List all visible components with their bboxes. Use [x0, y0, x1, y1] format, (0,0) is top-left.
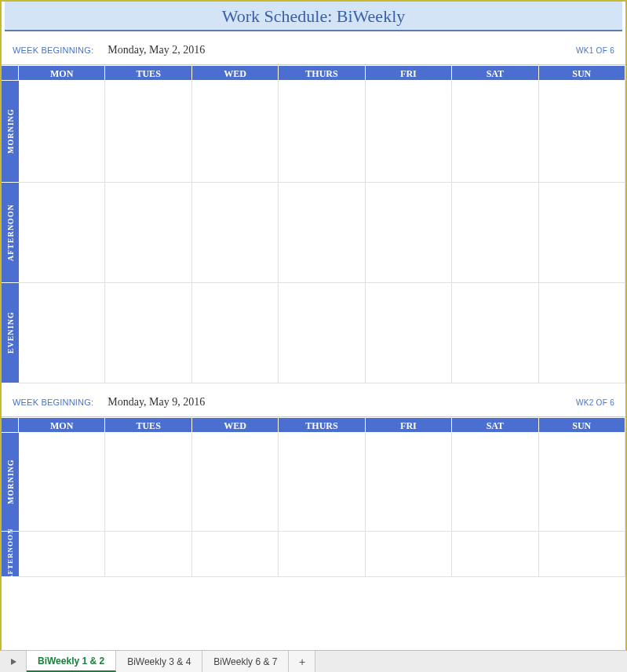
cell[interactable] — [279, 183, 365, 283]
day-header-fri: FRI — [366, 417, 452, 433]
tab-biweekly-3-4[interactable]: BiWeekly 3 & 4 — [116, 651, 202, 672]
tab-biweekly-1-2[interactable]: BiWeekly 1 & 2 — [27, 651, 116, 672]
cell[interactable] — [279, 283, 365, 383]
week2-counter: WK2 OF 6 — [576, 398, 614, 407]
day-header-thurs: THURS — [279, 417, 365, 433]
cell[interactable] — [192, 183, 279, 283]
cell[interactable] — [19, 532, 105, 577]
day-header-mon: MON — [19, 65, 105, 81]
period-evening: EVENING — [2, 283, 19, 383]
cell[interactable] — [366, 81, 452, 183]
day-header-tues: TUES — [105, 417, 191, 433]
tab-biweekly-6-7[interactable]: BiWeekly 6 & 7 — [202, 651, 289, 672]
week1-date: Monday, May 2, 2016 — [108, 44, 205, 56]
day-header-sat: SAT — [452, 417, 538, 433]
title-bar: Work Schedule: BiWeekly — [5, 2, 622, 31]
cell[interactable] — [452, 532, 538, 577]
cell[interactable] — [192, 283, 279, 383]
play-icon — [9, 658, 17, 666]
cell[interactable] — [539, 532, 625, 577]
cell[interactable] — [452, 81, 538, 183]
period-afternoon-text: AFTERNOON — [6, 528, 14, 580]
cell[interactable] — [539, 283, 625, 383]
cell[interactable] — [279, 81, 365, 183]
cell[interactable] — [192, 81, 279, 183]
page-title: Work Schedule: BiWeekly — [5, 6, 622, 27]
cell[interactable] — [192, 433, 279, 532]
cell[interactable] — [366, 532, 452, 577]
cell[interactable] — [19, 283, 105, 383]
period-afternoon-partial: AFTERNOON — [2, 532, 19, 577]
day-header-mon: MON — [19, 417, 105, 433]
day-header-wed: WED — [192, 417, 279, 433]
period-morning: MORNING — [2, 433, 19, 532]
svg-marker-0 — [11, 659, 16, 665]
tab-nav-button[interactable] — [0, 651, 27, 672]
header-corner — [2, 65, 19, 81]
day-header-thurs: THURS — [279, 65, 365, 81]
cell[interactable] — [366, 433, 452, 532]
day-header-wed: WED — [192, 65, 279, 81]
week2-date: Monday, May 9, 2016 — [108, 396, 205, 409]
cell[interactable] — [539, 81, 625, 183]
week2-meta: WEEK BEGINNING: Monday, May 9, 2016 WK2 … — [2, 383, 625, 416]
sheet-tab-bar: BiWeekly 1 & 2 BiWeekly 3 & 4 BiWeekly 6… — [0, 650, 627, 672]
cell[interactable] — [192, 532, 279, 577]
day-header-sun: SUN — [539, 417, 625, 433]
day-header-fri: FRI — [366, 65, 452, 81]
week1-counter: WK1 OF 6 — [576, 46, 614, 55]
cell[interactable] — [105, 81, 191, 183]
day-header-sat: SAT — [452, 65, 538, 81]
cell[interactable] — [19, 81, 105, 183]
cell[interactable] — [105, 532, 191, 577]
cell[interactable] — [105, 433, 191, 532]
week1-meta: WEEK BEGINNING: Monday, May 2, 2016 WK1 … — [2, 31, 625, 64]
scroll-region[interactable]: WEEK BEGINNING: Monday, May 2, 2016 WK1 … — [2, 31, 625, 670]
cell[interactable] — [452, 433, 538, 532]
week2-grid: MON TUES WED THURS FRI SAT SUN MORNING A… — [2, 416, 625, 577]
cell[interactable] — [279, 433, 365, 532]
cell[interactable] — [452, 283, 538, 383]
week-beginning-label: WEEK BEGINNING: — [13, 45, 93, 55]
cell[interactable] — [539, 433, 625, 532]
week-beginning-label: WEEK BEGINNING: — [13, 398, 93, 407]
cell[interactable] — [19, 433, 105, 532]
document-frame: Work Schedule: BiWeekly WEEK BEGINNING: … — [0, 0, 627, 672]
header-corner — [2, 417, 19, 433]
cell[interactable] — [539, 183, 625, 283]
cell[interactable] — [105, 183, 191, 283]
day-header-sun: SUN — [539, 65, 625, 81]
period-afternoon: AFTERNOON — [2, 183, 19, 283]
period-morning: MORNING — [2, 81, 19, 183]
cell[interactable] — [452, 183, 538, 283]
cell[interactable] — [279, 532, 365, 577]
cell[interactable] — [366, 183, 452, 283]
cell[interactable] — [19, 183, 105, 283]
cell[interactable] — [366, 283, 452, 383]
cell[interactable] — [105, 283, 191, 383]
day-header-tues: TUES — [105, 65, 191, 81]
week1-grid: MON TUES WED THURS FRI SAT SUN MORNING A… — [2, 64, 625, 383]
add-sheet-button[interactable]: + — [289, 651, 315, 672]
